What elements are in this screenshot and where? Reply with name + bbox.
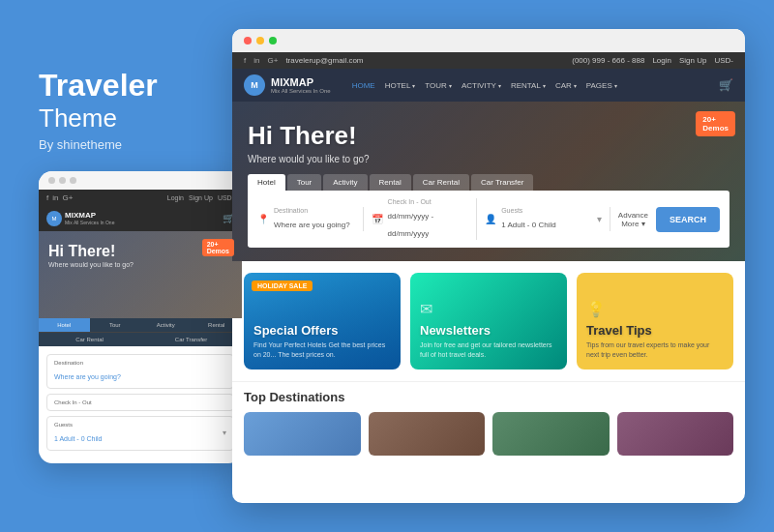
mobile-guests-chevron-icon: ▾ — [223, 429, 226, 437]
mobile-social-icons: f in G+ — [46, 193, 73, 202]
site-search-tabs: Hotel Tour Activity Rental Car Rental Ca… — [248, 174, 729, 191]
site-logo-sub: Mix All Services In One — [271, 88, 331, 94]
mobile-checkin-field[interactable]: Check In - Out — [46, 394, 234, 411]
mobile-titlebar — [39, 171, 242, 190]
mobile-guests-value: 1 Adult - 0 Child — [54, 435, 102, 442]
travel-tips-content: 💡 Travel Tips Tips from our travel exper… — [586, 300, 724, 360]
mobile-guests-field[interactable]: Guests 1 Adult - 0 Child ▾ — [46, 416, 234, 451]
site-nav-items: HOME HOTEL ▾ TOUR ▾ ACTIVITY ▾ RENTAL ▾ … — [352, 81, 617, 90]
mobile-auth-links: Login Sign Up USD- — [167, 194, 234, 201]
guests-person-icon: 👤 — [485, 214, 496, 224]
site-linkedin-icon[interactable]: in — [253, 56, 259, 65]
destination-thumb-2[interactable] — [369, 412, 486, 456]
brand-by: By shinetheme — [39, 137, 213, 152]
pages-chevron-icon: ▾ — [614, 82, 617, 89]
tour-chevron-icon: ▾ — [449, 82, 452, 89]
search-tab-tour[interactable]: Tour — [287, 174, 322, 191]
mobile-destination-field[interactable]: Destination Where are you going? — [46, 354, 234, 389]
destination-placeholder: Where are you going? — [274, 221, 350, 229]
holiday-sale-badge: HOLIDAY SALE — [252, 281, 313, 291]
site-nav-home[interactable]: HOME — [352, 81, 375, 90]
browser-dot-yellow — [256, 37, 264, 44]
site-topbar-left: f in G+ travelerup@gmail.com — [244, 56, 364, 65]
site-nav-rental[interactable]: RENTAL ▾ — [511, 81, 546, 90]
card-newsletters[interactable]: ✉ Newsletters Join for free and get our … — [410, 273, 567, 369]
card-special-offers[interactable]: HOLIDAY SALE Special Offers Find Your Pe… — [244, 273, 401, 369]
travel-tips-desc: Tips from our travel experts to make you… — [586, 340, 724, 360]
destination-thumb-1[interactable] — [244, 412, 361, 456]
site-nav-activity[interactable]: ACTIVITY ▾ — [461, 81, 501, 90]
site-topbar: f in G+ travelerup@gmail.com (000) 999 -… — [232, 52, 745, 69]
site-checkin-field[interactable]: 📅 Check In - Out dd/mm/yyyy - dd/mm/yyyy — [372, 198, 478, 240]
site-facebook-icon[interactable]: f — [244, 56, 246, 65]
card-travel-tips[interactable]: 💡 Travel Tips Tips from our travel exper… — [577, 273, 733, 369]
mobile-logo-sub: Mix All Services In One — [65, 220, 114, 225]
search-tab-rental[interactable]: Rental — [370, 174, 411, 191]
site-topbar-right: (000) 999 - 666 - 888 Login Sign Up USD- — [572, 56, 733, 65]
advance-more[interactable]: Advance More ▾ — [618, 211, 648, 228]
search-tab-hotel[interactable]: Hotel — [248, 174, 285, 191]
site-logo-name: MIXMAP — [271, 76, 331, 88]
mobile-dot-2 — [59, 177, 66, 184]
destination-thumb-4[interactable] — [617, 412, 734, 456]
top-destinations-title: Top Destinations — [244, 390, 733, 404]
browser-dot-green — [269, 37, 277, 44]
site-nav-car[interactable]: CAR ▾ — [555, 81, 577, 90]
special-offers-desc: Find Your Perfect Hotels Get the best pr… — [253, 340, 391, 360]
mobile-logo-name: MIXMAP — [65, 211, 114, 220]
search-tab-car-transfer[interactable]: Car Transfer — [471, 174, 533, 191]
mobile-checkin-label: Check In - Out — [54, 399, 226, 405]
mobile-hero-subheading: Where would you like to go? — [48, 261, 232, 268]
mobile-destination-label: Destination — [54, 360, 226, 366]
newsletters-desc: Join for free and get our tailored newsl… — [420, 340, 557, 360]
mobile-signup-link[interactable]: Sign Up — [189, 194, 213, 201]
mobile-tab-car-transfer[interactable]: Car Transfer — [140, 333, 242, 346]
site-destination-field[interactable]: 📍 Destination Where are you going? — [257, 207, 364, 231]
left-panel: Traveler Theme By shinetheme f in G+ Log… — [39, 69, 213, 462]
top-destinations-section: Top Destinations — [232, 381, 745, 461]
special-offers-content: Special Offers Find Your Perfect Hotels … — [253, 323, 391, 360]
site-currency-select[interactable]: USD- — [714, 56, 733, 65]
site-nav-tour[interactable]: TOUR ▾ — [425, 81, 452, 90]
cards-section: HOLIDAY SALE Special Offers Find Your Pe… — [232, 261, 745, 381]
mobile-tab-tour[interactable]: Tour — [90, 318, 141, 332]
activity-chevron-icon: ▾ — [498, 82, 501, 89]
special-offers-title: Special Offers — [253, 323, 391, 338]
site-logo: M MIXMAP Mix All Services In One — [244, 74, 331, 96]
mobile-dot-3 — [70, 177, 76, 184]
site-demos-badge: 20+Demos — [696, 111, 735, 136]
site-cart-icon[interactable]: 🛒 — [719, 78, 733, 92]
lightbulb-icon: 💡 — [586, 300, 724, 318]
site-guests-field[interactable]: 👤 Guests 1 Adult - 0 Child ▾ — [485, 207, 610, 231]
destination-thumbnails — [244, 412, 733, 456]
advance-more-label: More ▾ — [618, 220, 648, 228]
search-tab-car-rental[interactable]: Car Rental — [413, 174, 469, 191]
envelope-icon: ✉ — [420, 300, 557, 318]
destination-thumb-3[interactable] — [492, 412, 610, 456]
site-googleplus-icon[interactable]: G+ — [267, 56, 278, 65]
browser-dot-red — [244, 37, 252, 44]
newsletters-content: ✉ Newsletters Join for free and get our … — [420, 300, 557, 360]
site-email: travelerup@gmail.com — [285, 56, 363, 65]
site-hero-subheading: Where would you like to go? — [248, 154, 729, 164]
search-tab-activity[interactable]: Activity — [323, 174, 367, 191]
advance-label: Advance — [618, 211, 648, 220]
mobile-tab-car-rental[interactable]: Car Rental — [39, 333, 140, 346]
guests-value: 1 Adult - 0 Child — [501, 221, 555, 229]
search-button[interactable]: SEARCH — [656, 207, 720, 232]
mobile-tab-activity[interactable]: Activity — [140, 318, 192, 332]
site-signup-link[interactable]: Sign Up — [679, 56, 706, 65]
mobile-login-link[interactable]: Login — [167, 194, 184, 201]
mobile-guests-label: Guests — [54, 422, 102, 428]
guests-chevron-icon: ▾ — [597, 214, 602, 224]
site-logo-icon: M — [244, 74, 265, 96]
site-navbar: M MIXMAP Mix All Services In One HOME HO… — [232, 69, 745, 102]
site-phone: (000) 999 - 666 - 888 — [572, 56, 644, 65]
site-login-link[interactable]: Login — [652, 56, 671, 65]
mobile-tab-hotel[interactable]: Hotel — [39, 318, 90, 332]
site-nav-hotel[interactable]: HOTEL ▾ — [385, 81, 416, 90]
site-hero: 20+Demos Hi There! Where would you like … — [232, 102, 745, 261]
destination-pin-icon: 📍 — [257, 214, 269, 224]
site-nav-pages[interactable]: PAGES ▾ — [586, 81, 617, 90]
car-chevron-icon: ▾ — [574, 82, 577, 89]
